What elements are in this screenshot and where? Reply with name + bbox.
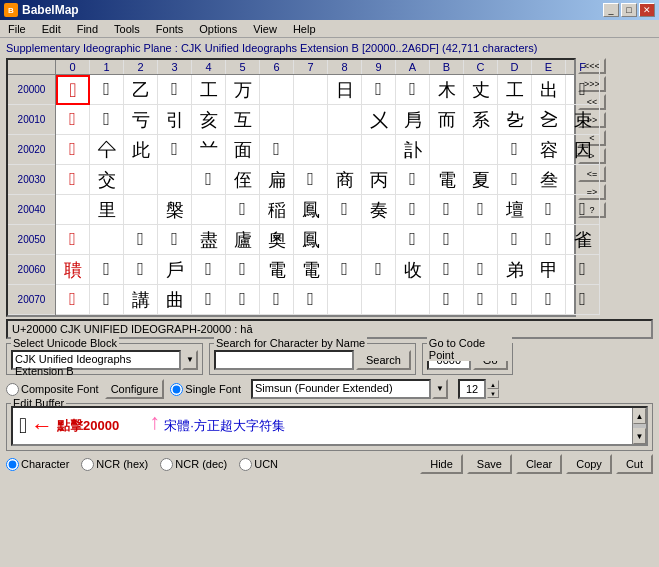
character-radio[interactable] — [6, 458, 19, 471]
cell-20000-4[interactable]: 工 — [192, 75, 226, 105]
cell-20010-4[interactable]: 亥 — [192, 105, 226, 135]
single-font-radio[interactable] — [170, 383, 183, 396]
radio-ncr-hex[interactable]: NCR (hex) — [81, 458, 148, 471]
composite-font-radio[interactable] — [6, 383, 19, 396]
single-font-option[interactable]: Single Font — [170, 383, 241, 396]
menu-view[interactable]: View — [249, 22, 281, 36]
cell-20030-3[interactable] — [158, 165, 192, 195]
cell-20020-4[interactable]: 䒑 — [192, 135, 226, 165]
search-button[interactable]: Search — [356, 350, 411, 370]
cell-20020-0[interactable]: 𠀠 — [56, 135, 90, 165]
search-input[interactable] — [214, 350, 354, 370]
cell-20050-9[interactable] — [362, 225, 396, 255]
ncr-dec-radio[interactable] — [160, 458, 173, 471]
radio-ncr-dec[interactable]: NCR (dec) — [160, 458, 227, 471]
cell-20000-5[interactable]: 万 — [226, 75, 260, 105]
font-size-input[interactable] — [458, 379, 486, 399]
cell-20040-7[interactable]: 鳳 — [294, 195, 328, 225]
cell-20070-e[interactable]: 𠁾 — [532, 285, 566, 315]
cell-20000-f[interactable]: 𠀏 — [566, 75, 600, 105]
composite-font-option[interactable]: Composite Font — [6, 383, 99, 396]
cell-20000-0[interactable]: 𠀀 — [56, 75, 90, 105]
close-button[interactable]: ✕ — [639, 3, 655, 17]
cut-button[interactable]: Cut — [616, 454, 653, 474]
cell-20070-4[interactable]: 𠁶 — [192, 285, 226, 315]
cell-20070-6[interactable]: 𠁸 — [260, 285, 294, 315]
cell-20070-1[interactable]: 𠁳 — [90, 285, 124, 315]
cell-20020-7[interactable] — [294, 135, 328, 165]
cell-20070-b[interactable]: 𠁻 — [430, 285, 464, 315]
menu-fonts[interactable]: Fonts — [152, 22, 188, 36]
cell-20050-0[interactable]: 𠁐 — [56, 225, 90, 255]
cell-20020-d[interactable]: 𠀭 — [498, 135, 532, 165]
save-button[interactable]: Save — [467, 454, 512, 474]
cell-20050-2[interactable]: 𠁒 — [124, 225, 158, 255]
cell-20040-a[interactable]: 𠁊 — [396, 195, 430, 225]
hide-button[interactable]: Hide — [420, 454, 463, 474]
cell-20010-5[interactable]: 互 — [226, 105, 260, 135]
cell-20060-3[interactable]: 戶 — [158, 255, 192, 285]
menu-file[interactable]: File — [4, 22, 30, 36]
cell-20040-8[interactable]: 𠁈 — [328, 195, 362, 225]
cell-20060-b[interactable]: 𠁬 — [430, 255, 464, 285]
cell-20030-0[interactable]: 𠀰 — [56, 165, 90, 195]
cell-20050-4[interactable]: 盡 — [192, 225, 226, 255]
cell-20050-e[interactable]: 𠁟 — [532, 225, 566, 255]
cell-20040-6[interactable]: 稲 — [260, 195, 294, 225]
cell-20030-6[interactable]: 扁 — [260, 165, 294, 195]
cell-20010-c[interactable]: 系 — [464, 105, 498, 135]
cell-20030-7[interactable]: 𠀷 — [294, 165, 328, 195]
cell-20040-f[interactable]: 𠁏 — [566, 195, 600, 225]
minimize-button[interactable]: _ — [603, 3, 619, 17]
cell-20060-9[interactable]: 𠁪 — [362, 255, 396, 285]
cell-20030-5[interactable]: 侄 — [226, 165, 260, 195]
cell-20030-9[interactable]: 丙 — [362, 165, 396, 195]
cell-20050-a[interactable]: 𠁛 — [396, 225, 430, 255]
menu-edit[interactable]: Edit — [38, 22, 65, 36]
font-size-up[interactable]: ▲ — [487, 380, 499, 389]
ucn-radio[interactable] — [239, 458, 252, 471]
cell-20040-9[interactable]: 奏 — [362, 195, 396, 225]
cell-20020-a[interactable]: 訃 — [396, 135, 430, 165]
cell-20070-a[interactable] — [396, 285, 430, 315]
cell-20060-0[interactable]: 聵 — [56, 255, 90, 285]
cell-20020-c[interactable] — [464, 135, 498, 165]
unicode-block-dropdown-arrow[interactable]: ▼ — [182, 350, 198, 370]
cell-20070-9[interactable] — [362, 285, 396, 315]
cell-20070-c[interactable]: 𠁼 — [464, 285, 498, 315]
cell-20010-b[interactable]: 而 — [430, 105, 464, 135]
cell-20060-e[interactable]: 甲 — [532, 255, 566, 285]
clear-button[interactable]: Clear — [516, 454, 562, 474]
font-size-down[interactable]: ▼ — [487, 389, 499, 398]
cell-20000-e[interactable]: 出 — [532, 75, 566, 105]
cell-20050-3[interactable]: 𠁓 — [158, 225, 192, 255]
cell-20020-9[interactable] — [362, 135, 396, 165]
cell-20040-b[interactable]: 𠁋 — [430, 195, 464, 225]
cell-20010-1[interactable]: 𠀑 — [90, 105, 124, 135]
cell-20010-e[interactable]: 㐈 — [532, 105, 566, 135]
cell-20030-b[interactable]: 電 — [430, 165, 464, 195]
cell-20020-e[interactable]: 容 — [532, 135, 566, 165]
cell-20030-2[interactable] — [124, 165, 158, 195]
cell-20060-7[interactable]: 電 — [294, 255, 328, 285]
cell-20060-1[interactable]: 𠁢 — [90, 255, 124, 285]
cell-20040-0[interactable] — [56, 195, 90, 225]
cell-20030-d[interactable]: 𠀽 — [498, 165, 532, 195]
cell-20070-2[interactable]: 講 — [124, 285, 158, 315]
cell-20060-6[interactable]: 電 — [260, 255, 294, 285]
cell-20010-6[interactable] — [260, 105, 294, 135]
cell-20010-f[interactable]: 束 — [566, 105, 600, 135]
cell-20000-2[interactable]: 乙 — [124, 75, 158, 105]
cell-20040-5[interactable]: 𠁅 — [226, 195, 260, 225]
cell-20010-0[interactable]: 𠀐 — [56, 105, 90, 135]
cell-20020-5[interactable]: 面 — [226, 135, 260, 165]
cell-20060-d[interactable]: 弟 — [498, 255, 532, 285]
cell-20020-6[interactable]: 𠀦 — [260, 135, 294, 165]
cell-20010-3[interactable]: 引 — [158, 105, 192, 135]
menu-help[interactable]: Help — [289, 22, 320, 36]
cell-20050-b[interactable]: 𠁜 — [430, 225, 464, 255]
cell-20010-a[interactable]: 㐆 — [396, 105, 430, 135]
cell-20050-8[interactable] — [328, 225, 362, 255]
cell-20020-3[interactable]: 𠀣 — [158, 135, 192, 165]
cell-20070-8[interactable] — [328, 285, 362, 315]
